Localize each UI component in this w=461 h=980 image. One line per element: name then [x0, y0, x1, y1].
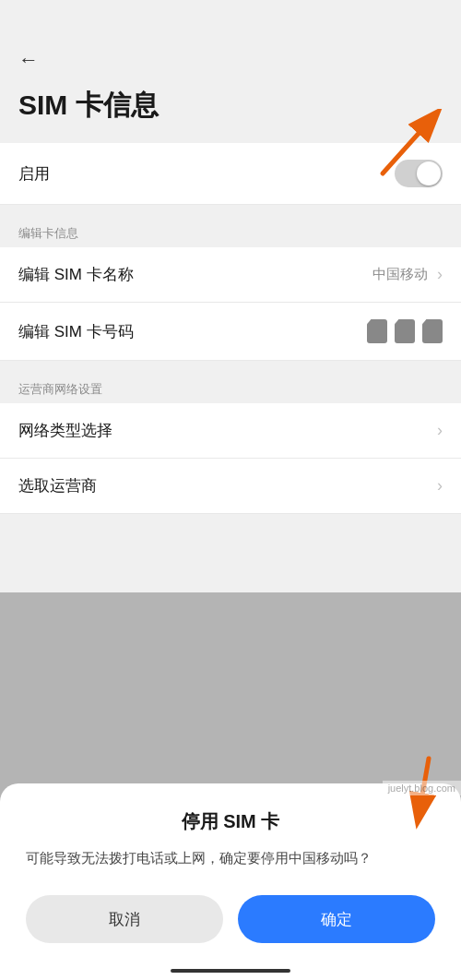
- network-type-label: 网络类型选择: [18, 420, 112, 441]
- chevron-network-icon: ›: [437, 421, 443, 440]
- edit-name-label: 编辑 SIM 卡名称: [18, 264, 134, 285]
- chevron-carrier-icon: ›: [437, 476, 443, 496]
- watermark: juelyt.blog.com: [383, 781, 461, 795]
- settings-page: ← SIM 卡信息 启用 编辑卡信息 编辑 SIM 卡名称 中国移动 ›: [0, 0, 461, 980]
- back-button[interactable]: ←: [18, 48, 39, 72]
- toggle-knob: [417, 161, 441, 185]
- edit-name-value: 中国移动: [372, 266, 428, 283]
- enable-row: 启用: [0, 143, 461, 205]
- edit-name-right: 中国移动 ›: [372, 265, 443, 284]
- dialog-message: 可能导致无法拨打电话或上网，确定要停用中国移动吗？: [26, 847, 435, 869]
- dialog-sheet: 停用 SIM 卡 可能导致无法拨打电话或上网，确定要停用中国移动吗？ 取消 确定: [0, 783, 461, 980]
- edit-number-label: 编辑 SIM 卡号码: [18, 321, 134, 342]
- edit-section-title: 编辑卡信息: [0, 212, 461, 247]
- sim-icon-1: [367, 319, 387, 343]
- confirm-button[interactable]: 确定: [238, 895, 435, 943]
- enable-section: 启用: [0, 143, 461, 205]
- chevron-icon: ›: [437, 265, 443, 284]
- dialog-title: 停用 SIM 卡: [26, 809, 435, 834]
- cancel-button[interactable]: 取消: [26, 895, 223, 943]
- top-bar: ← SIM 卡信息: [0, 0, 461, 143]
- enable-label: 启用: [18, 163, 50, 185]
- enable-toggle[interactable]: [395, 160, 443, 187]
- network-section-title: 运营商网络设置: [0, 368, 461, 403]
- edit-name-item[interactable]: 编辑 SIM 卡名称 中国移动 ›: [0, 247, 461, 303]
- select-carrier-label: 选取运营商: [18, 475, 97, 496]
- sim-icon-2: [395, 319, 415, 343]
- page-title: SIM 卡信息: [18, 87, 443, 125]
- home-indicator: [171, 969, 290, 973]
- sim-icons: [367, 319, 443, 343]
- network-section: 运营商网络设置 网络类型选择 › 选取运营商 ›: [0, 368, 461, 514]
- edit-number-item[interactable]: 编辑 SIM 卡号码: [0, 303, 461, 361]
- edit-section: 编辑卡信息 编辑 SIM 卡名称 中国移动 › 编辑 SIM 卡号码: [0, 212, 461, 361]
- network-type-item[interactable]: 网络类型选择 ›: [0, 403, 461, 459]
- select-carrier-item[interactable]: 选取运营商 ›: [0, 459, 461, 514]
- sim-icon-3: [422, 319, 443, 343]
- dialog-buttons: 取消 确定: [26, 895, 435, 943]
